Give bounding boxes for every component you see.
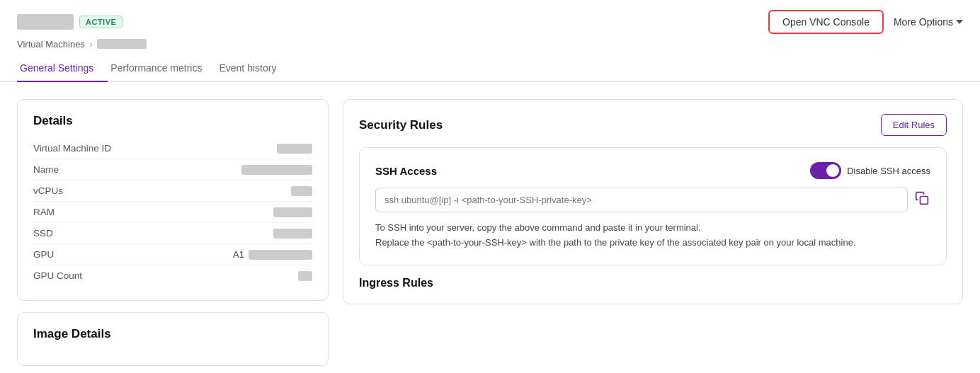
detail-label-ram: RAM bbox=[33, 207, 55, 217]
copy-icon bbox=[915, 191, 929, 205]
ssh-label: SSH Access bbox=[375, 165, 437, 177]
breadcrumb-parent[interactable]: Virtual Machines bbox=[17, 39, 85, 50]
detail-value-ram bbox=[273, 207, 312, 217]
detail-label-name: Name bbox=[33, 164, 59, 175]
detail-value-vm-id bbox=[277, 144, 312, 154]
detail-row-ssd: SSD bbox=[33, 223, 312, 244]
detail-row-vcpus: vCPUs bbox=[33, 180, 312, 202]
header-right: Open VNC Console More Options bbox=[768, 10, 963, 34]
left-column: Details Virtual Machine ID Name vCPUs RA… bbox=[17, 99, 329, 366]
open-vnc-button[interactable]: Open VNC Console bbox=[768, 10, 884, 34]
vm-name-block: ACTIVE bbox=[17, 14, 122, 30]
detail-value-gpu bbox=[249, 250, 312, 260]
ssh-instructions-line2: Replace the <path-to-your-SSH-key> with … bbox=[375, 237, 856, 248]
detail-value-name bbox=[241, 165, 312, 175]
image-details-card: Image Details bbox=[17, 312, 329, 366]
header-left: ACTIVE bbox=[17, 14, 122, 30]
detail-label-vm-id: Virtual Machine ID bbox=[33, 143, 111, 154]
ingress-title: Ingress Rules bbox=[359, 277, 947, 289]
ssh-instructions-line1: To SSH into your server, copy the above … bbox=[375, 222, 701, 233]
more-options-button[interactable]: More Options bbox=[894, 16, 963, 28]
detail-value-vcpus bbox=[291, 186, 312, 196]
detail-label-vcpus: vCPUs bbox=[33, 185, 63, 196]
detail-row-name: Name bbox=[33, 159, 312, 180]
tabs: General Settings Performance metrics Eve… bbox=[0, 50, 980, 82]
detail-value-gpu-prefix: A1 bbox=[233, 249, 244, 260]
detail-row-gpu: GPU A1 bbox=[33, 244, 312, 265]
ingress-section: Ingress Rules bbox=[359, 277, 947, 289]
detail-value-gpu-count bbox=[298, 271, 312, 281]
detail-label-gpu-count: GPU Count bbox=[33, 270, 82, 281]
ssh-instructions: To SSH into your server, copy the above … bbox=[375, 221, 930, 251]
vm-name bbox=[17, 14, 74, 30]
toggle-text: Disable SSH access bbox=[847, 166, 930, 176]
chevron-down-icon bbox=[956, 20, 963, 24]
ssh-cmd-input[interactable] bbox=[375, 188, 908, 212]
toggle-knob bbox=[826, 164, 839, 177]
details-card: Details Virtual Machine ID Name vCPUs RA… bbox=[17, 99, 329, 301]
tab-event-history[interactable]: Event history bbox=[216, 57, 290, 82]
ssh-access-card: SSH Access Disable SSH access bbox=[359, 147, 947, 265]
security-rules-card: Security Rules Edit Rules SSH Access Dis… bbox=[343, 99, 963, 304]
edit-rules-button[interactable]: Edit Rules bbox=[881, 114, 947, 136]
more-options-label: More Options bbox=[894, 16, 953, 28]
breadcrumb-current bbox=[97, 39, 147, 49]
detail-row-ram: RAM bbox=[33, 202, 312, 223]
detail-row-gpu-count: GPU Count bbox=[33, 265, 312, 286]
ssh-cmd-row bbox=[375, 188, 930, 212]
tab-performance-metrics[interactable]: Performance metrics bbox=[108, 57, 216, 82]
top-header: ACTIVE Open VNC Console More Options bbox=[0, 0, 980, 34]
status-badge: ACTIVE bbox=[79, 16, 122, 28]
ssh-access-row: SSH Access Disable SSH access bbox=[375, 162, 930, 179]
details-title: Details bbox=[33, 114, 312, 128]
tab-general-settings[interactable]: General Settings bbox=[17, 57, 108, 82]
detail-value-ssd bbox=[273, 229, 312, 239]
main-content: Details Virtual Machine ID Name vCPUs RA… bbox=[0, 82, 980, 373]
svg-rect-0 bbox=[921, 197, 928, 205]
detail-row-vm-id: Virtual Machine ID bbox=[33, 138, 312, 159]
ssh-toggle[interactable] bbox=[810, 162, 841, 179]
ssh-toggle-area: Disable SSH access bbox=[810, 162, 930, 179]
breadcrumb: Virtual Machines › bbox=[0, 34, 980, 50]
copy-icon-button[interactable] bbox=[913, 190, 930, 210]
right-column: Security Rules Edit Rules SSH Access Dis… bbox=[343, 99, 963, 366]
detail-label-gpu: GPU bbox=[33, 249, 54, 260]
detail-label-ssd: SSD bbox=[33, 228, 53, 239]
image-details-title: Image Details bbox=[33, 327, 312, 341]
security-rules-title: Security Rules bbox=[359, 118, 443, 132]
security-header: Security Rules Edit Rules bbox=[359, 114, 947, 136]
detail-value-gpu-wrapper: A1 bbox=[233, 249, 312, 260]
breadcrumb-separator: › bbox=[89, 38, 93, 50]
